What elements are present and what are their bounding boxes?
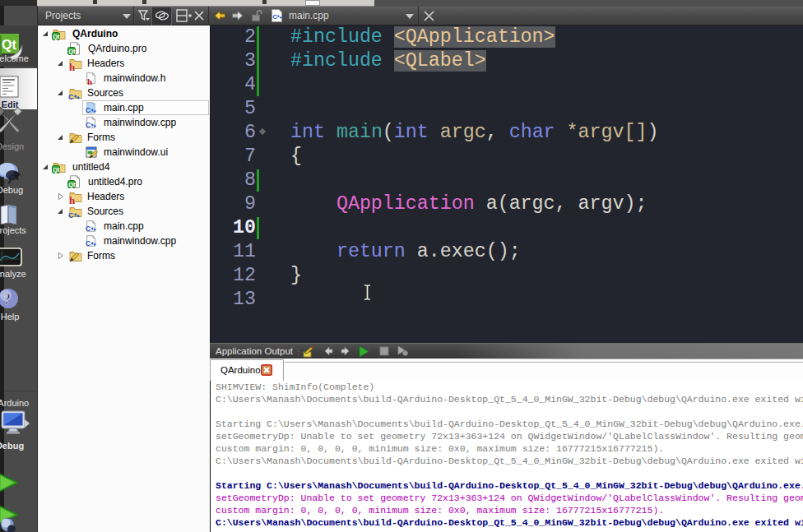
- svg-text:C: C: [272, 13, 277, 21]
- svg-text:?: ?: [3, 291, 11, 308]
- svg-text:Qt: Qt: [2, 38, 16, 52]
